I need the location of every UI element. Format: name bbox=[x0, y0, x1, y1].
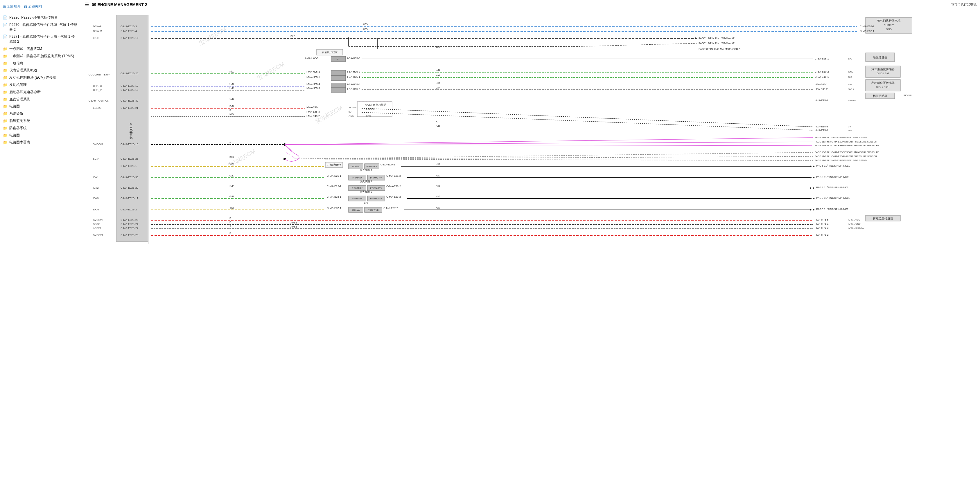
svg-text:PAGE 11/PIN 1/C-MA-E39/AMBIENT: PAGE 11/PIN 1/C-MA-E39/AMBIENT PRESSURE … bbox=[815, 155, 877, 158]
folder-icon: 📁 bbox=[3, 68, 8, 73]
svg-text:PAGE 11/PIN1/SP-MA-NK11: PAGE 11/PIN1/SP-MA-NK11 bbox=[816, 176, 850, 179]
svg-rect-78 bbox=[331, 83, 346, 88]
main-content: ☰ 09 ENGINE MANAGEMENT 2 节气门执行器电机 发动机ECM… bbox=[81, 0, 980, 480]
svg-text:C-EA-E25-1: C-EA-E25-1 bbox=[815, 57, 829, 60]
svg-text:APS 1 VCC: APS 1 VCC bbox=[848, 219, 860, 221]
svg-text:C-MA-E02B-23: C-MA-E02B-23 bbox=[121, 157, 138, 160]
svg-text:PRIMARY: PRIMARY bbox=[352, 176, 363, 179]
svg-text:G/K: G/K bbox=[229, 174, 234, 177]
svg-text:K/G: K/G bbox=[229, 70, 234, 73]
svg-text:转矩位置传感器: 转矩位置传感器 bbox=[873, 217, 893, 220]
page-title: 09 ENGINE MANAGEMENT 2 bbox=[92, 2, 147, 7]
sidebar-item-general[interactable]: 📁 一般信息 bbox=[0, 60, 81, 67]
svg-text:I-MA-E48-2: I-MA-E48-2 bbox=[306, 115, 320, 117]
sidebar-item-instrument[interactable]: 📁 仪表管理系统概述 bbox=[0, 67, 81, 74]
svg-text:PAGE 11/PIN1/SP-MA-NK11: PAGE 11/PIN1/SP-MA-NK11 bbox=[816, 208, 850, 211]
svg-text:C-MA-E02B-18: C-MA-E02B-18 bbox=[121, 143, 138, 146]
svg-line-150 bbox=[285, 159, 813, 160]
svg-text:U/P: U/P bbox=[229, 87, 234, 90]
collapse-all-label: 全部关闭 bbox=[28, 4, 42, 9]
sidebar-item-engine_mgmt[interactable]: 📁 发动机管理 bbox=[0, 81, 81, 89]
sidebar-item-circuit_terms[interactable]: 📁 电路图术语表 bbox=[0, 139, 81, 146]
error-icon: 📄 bbox=[3, 35, 8, 39]
expand-all-button[interactable]: ⊞ 全部展开 bbox=[3, 4, 21, 9]
sidebar-item-p2271[interactable]: 📄 P2271 - 氧传感器信号卡住太浓 - 气缸 1 传感器 2 bbox=[0, 33, 81, 45]
svg-text:I-MA-H05-3: I-MA-H05-3 bbox=[306, 87, 320, 90]
svg-text:N/K: N/K bbox=[436, 195, 440, 198]
svg-text:PAGE 11/PIN1/SP-MA-NK11: PAGE 11/PIN1/SP-MA-NK11 bbox=[816, 164, 850, 167]
svg-text:PAGE 11/PIN 1/I-MA-E17/SENSOR,: PAGE 11/PIN 1/I-MA-E17/SENSOR, SIDE STAN… bbox=[815, 136, 867, 139]
sidebar-item-circuit[interactable]: 📁 电路图 bbox=[0, 132, 81, 139]
svg-text:PRIMARY: PRIMARY bbox=[352, 187, 363, 190]
svg-text:C-MA-E22-2: C-MA-E22-2 bbox=[386, 185, 401, 188]
svg-line-40 bbox=[581, 43, 697, 46]
svg-text:IG#1: IG#1 bbox=[93, 176, 99, 179]
svg-text:C-MA-E02B-21: C-MA-E02B-21 bbox=[121, 106, 138, 109]
svg-text:点火线圈 2: 点火线圈 2 bbox=[360, 180, 372, 183]
svg-text:IG#3: IG#3 bbox=[93, 197, 99, 200]
folder-icon: 📁 bbox=[3, 111, 8, 116]
svg-text:I-MA-H05-2: I-MA-H05-2 bbox=[306, 70, 320, 73]
svg-text:K: K bbox=[436, 120, 438, 123]
sidebar-item-immobilizer[interactable]: 📁 防盗器系统 bbox=[0, 125, 81, 132]
svg-text:GND: GND bbox=[348, 115, 354, 117]
svg-text:C-MA-E22-1: C-MA-E22-1 bbox=[327, 185, 341, 188]
collapse-all-button[interactable]: ⊟ 全部关闭 bbox=[24, 4, 42, 9]
hamburger-button[interactable]: ☰ bbox=[85, 2, 89, 7]
sidebar-item-tpms[interactable]: 📁 胎压监测系统 bbox=[0, 117, 81, 125]
svg-text:N/K: N/K bbox=[436, 174, 440, 177]
sidebar-item-starter[interactable]: 📁 启动器和充电器诊断 bbox=[0, 89, 81, 96]
svg-line-256 bbox=[285, 144, 296, 154]
folder-icon: 📁 bbox=[3, 97, 8, 101]
svg-text:PAGE 19/PIN PIN1/SP-MA-LG1: PAGE 19/PIN PIN1/SP-MA-LG1 bbox=[698, 37, 736, 40]
sidebar-item-p2226[interactable]: 📄 P2226, P2228 -环境气压传感器 bbox=[0, 14, 81, 21]
svg-text:CRK_G: CRK_G bbox=[93, 84, 102, 87]
sidebar-label-p2271: P2271 - 氧传感器信号卡住太浓 - 气缸 1 传感器 2 bbox=[9, 34, 78, 44]
svg-marker-163 bbox=[810, 165, 812, 167]
svg-text:B/U: B/U bbox=[436, 45, 440, 48]
svg-text:SIG- / SIG+: SIG- / SIG+ bbox=[876, 86, 890, 89]
sidebar-item-test1[interactable]: 📁 一点测试 - 底盘 ECM bbox=[0, 45, 81, 52]
svg-text:APS 1 SIGNAL: APS 1 SIGNAL bbox=[848, 227, 864, 229]
svg-text:C-MA-E02B-1: C-MA-E02B-1 bbox=[121, 165, 137, 168]
svg-text:I-EA-E05-1: I-EA-E05-1 bbox=[815, 83, 828, 86]
svg-text:C-MA-E02B-11: C-MA-E02B-11 bbox=[121, 197, 138, 200]
svg-text:I-MA-M73-2: I-MA-M73-2 bbox=[815, 233, 829, 236]
svg-text:PRIMARY: PRIMARY bbox=[352, 197, 363, 200]
svg-text:IG#2: IG#2 bbox=[93, 186, 99, 189]
folder-icon: 📁 bbox=[3, 90, 8, 94]
sidebar-item-test2[interactable]: 📁 一点测试 - 防盗器和胎压监测系统 (TPMS) bbox=[0, 52, 81, 60]
sidebar-item-circuit_diag[interactable]: 📁 电路图 bbox=[0, 103, 81, 110]
svg-text:R/B: R/B bbox=[229, 105, 234, 108]
svg-text:G/K: G/K bbox=[229, 98, 234, 100]
svg-text:I-MA-M73-5: I-MA-M73-5 bbox=[815, 218, 829, 221]
sidebar-item-chassis[interactable]: 📁 底盘管理系统 bbox=[0, 96, 81, 103]
sidebar-top-actions: ⊞ 全部展开 ⊟ 全部关闭 bbox=[0, 2, 81, 12]
svg-text:SG#2: SG#2 bbox=[93, 223, 100, 225]
svg-text:I-EA-H05-3: I-EA-H05-3 bbox=[347, 88, 360, 90]
svg-marker-212 bbox=[813, 198, 815, 200]
svg-text:U/O: U/O bbox=[363, 23, 368, 26]
sidebar-item-ecm_conn[interactable]: 📁 发动机控制模块 (ECM) 连接器 bbox=[0, 74, 81, 81]
sidebar-item-sys_diag[interactable]: 📁 系统诊断 bbox=[0, 110, 81, 117]
svg-text:K/G: K/G bbox=[436, 74, 440, 77]
sidebar-items-container: 📄 P2226, P2228 -环境气压传感器 📄 P2270 - 氧传感器信号… bbox=[0, 14, 81, 146]
diagram-area[interactable]: 发动机ECM 发动机ECM 发动机ECM 发动机ECM 发动机ECM 节气门执行… bbox=[81, 9, 980, 480]
svg-text:C-MA-E02B-17: C-MA-E02B-17 bbox=[121, 84, 138, 87]
svg-text:C-MA-E02B-22: C-MA-E02B-22 bbox=[121, 186, 138, 189]
svg-text:U/P: U/P bbox=[436, 86, 440, 89]
svg-text:GEAR POSITION: GEAR POSITION bbox=[89, 99, 109, 102]
svg-text:PAGE 8/PIN 13/C-MA-M08A/CCU A: PAGE 8/PIN 13/C-MA-M08A/CCU A bbox=[698, 48, 740, 51]
main-header: ☰ 09 ENGINE MANAGEMENT 2 节气门执行器电机 bbox=[81, 0, 980, 9]
sidebar-label-general: 一般信息 bbox=[9, 61, 23, 66]
error-icon: 📄 bbox=[3, 23, 8, 27]
svg-text:I-MA-H05-5: I-MA-H05-5 bbox=[305, 57, 319, 60]
svg-text:I-MA-H05-1: I-MA-H05-1 bbox=[306, 76, 320, 79]
svg-text:C-MA-E02B-3: C-MA-E02B-3 bbox=[121, 25, 137, 28]
svg-marker-228 bbox=[813, 209, 815, 211]
svg-text:APS1: APS1 bbox=[290, 221, 297, 224]
sidebar-label-ecm_conn: 发动机控制模块 (ECM) 连接器 bbox=[9, 75, 56, 80]
wiring-diagram: 发动机ECM 节气门执行器电机 SUPPLY GND 油压传感器 冷却液温度传感… bbox=[87, 12, 929, 250]
folder-icon: 📁 bbox=[3, 61, 8, 66]
sidebar-item-p2270[interactable]: 📄 P2270 - 氧传感器信号卡住稀薄- 气缸 1 传感器 2 bbox=[0, 21, 81, 33]
